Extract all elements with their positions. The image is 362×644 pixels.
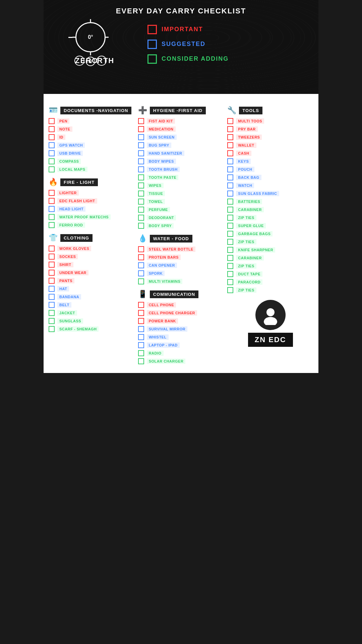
item-label: SHIRT <box>57 262 73 267</box>
check-item: FERRO ROD <box>49 222 135 228</box>
checkbox-green[interactable] <box>227 263 233 269</box>
checkbox-red[interactable] <box>227 126 233 132</box>
checkbox-blue[interactable] <box>227 158 233 164</box>
checkbox-blue[interactable] <box>227 166 233 172</box>
checkbox-red[interactable] <box>138 302 144 308</box>
checkbox-green[interactable] <box>227 255 233 261</box>
checkbox-red[interactable] <box>138 310 144 316</box>
checkbox-red[interactable] <box>227 150 233 156</box>
checkbox-green[interactable] <box>138 191 144 197</box>
checkbox-red[interactable] <box>138 118 144 124</box>
checkbox-green[interactable] <box>49 166 55 172</box>
checkbox-green[interactable] <box>138 278 144 284</box>
checkbox-green[interactable] <box>227 215 233 221</box>
checkbox-blue[interactable] <box>227 174 233 180</box>
checkbox-blue[interactable] <box>138 142 144 148</box>
checkbox-green[interactable] <box>49 318 55 324</box>
checkbox-green[interactable] <box>49 222 55 228</box>
checkbox-green[interactable] <box>138 182 144 189</box>
checkbox-blue[interactable] <box>138 262 144 268</box>
checkbox-green[interactable] <box>49 310 55 316</box>
checkbox-red[interactable] <box>138 318 144 324</box>
checkbox-green[interactable] <box>227 231 233 237</box>
checkbox-green[interactable] <box>227 271 233 277</box>
checkbox-green[interactable] <box>227 207 233 213</box>
check-item: SOLAR CHARGER <box>138 358 224 364</box>
checkbox-blue[interactable] <box>138 342 144 348</box>
legend-box-important <box>147 25 157 34</box>
checkbox-blue[interactable] <box>138 158 144 164</box>
checkbox-green[interactable] <box>138 215 144 221</box>
checkbox-red[interactable] <box>49 246 55 252</box>
checkbox-red[interactable] <box>138 254 144 260</box>
checkbox-green[interactable] <box>227 223 233 229</box>
checkbox-blue[interactable] <box>227 191 233 197</box>
checkbox-blue[interactable] <box>138 134 144 140</box>
checkbox-green[interactable] <box>138 358 144 364</box>
item-label: BODY WIPES <box>147 159 176 164</box>
checkbox-red[interactable] <box>49 118 55 124</box>
checkbox-green[interactable] <box>138 350 144 356</box>
item-label: NOTE <box>57 126 72 132</box>
checkbox-blue[interactable] <box>49 286 55 292</box>
check-item: HAND SANITIZER <box>138 150 224 156</box>
item-label: MULTI TOOS <box>236 118 264 124</box>
checkbox-blue[interactable] <box>49 206 55 212</box>
checkbox-green[interactable] <box>49 158 55 164</box>
check-item: FIST AID KIT <box>138 118 224 124</box>
checkbox-red[interactable] <box>49 270 55 276</box>
check-item: CASH <box>227 150 313 156</box>
item-label: SCARF - SHEMAGH <box>57 326 99 332</box>
checkbox-red[interactable] <box>49 278 55 284</box>
checkbox-green[interactable] <box>227 279 233 285</box>
check-item: WORK GLOVES <box>49 246 135 252</box>
check-item: WATCH <box>227 182 313 189</box>
checkbox-blue[interactable] <box>49 142 55 148</box>
checkbox-red[interactable] <box>49 134 55 140</box>
checkbox-blue[interactable] <box>138 166 144 172</box>
item-label: TOOTH BRUSH <box>147 167 180 172</box>
checkbox-green[interactable] <box>49 214 55 220</box>
item-label: LAPTOP - IPAD <box>147 342 180 348</box>
checkbox-red[interactable] <box>49 126 55 132</box>
check-item: STEEL WATER BOTTLE <box>138 246 224 252</box>
item-label: KEYS <box>236 159 251 164</box>
checkbox-blue[interactable] <box>138 326 144 332</box>
section-title-clothing: CLOTHING <box>60 234 93 242</box>
check-item: CAN OPENER <box>138 262 224 268</box>
checkbox-green[interactable] <box>138 199 144 205</box>
checkbox-red[interactable] <box>49 254 55 260</box>
item-label: USB DRIVE <box>57 151 83 156</box>
check-item: NOTE <box>49 126 135 132</box>
checkbox-red[interactable] <box>49 198 55 204</box>
checkbox-green[interactable] <box>49 326 55 332</box>
section-communication: 📱COMMUNICATIONCELL PHONECELL PHONE CHARG… <box>138 290 224 364</box>
item-label: CARABINER <box>236 255 264 261</box>
checkbox-red[interactable] <box>227 134 233 140</box>
item-label: BANDANA <box>57 294 81 300</box>
checkbox-red[interactable] <box>138 126 144 132</box>
checkbox-red[interactable] <box>227 118 233 124</box>
checkbox-green[interactable] <box>227 247 233 253</box>
check-item: BACK BAG <box>227 174 313 180</box>
checkbox-blue[interactable] <box>49 294 55 300</box>
item-label: WALLET <box>236 143 256 148</box>
checkbox-green[interactable] <box>227 239 233 245</box>
checkbox-green[interactable] <box>138 207 144 213</box>
check-item: ZIP TIES <box>227 287 313 293</box>
checkbox-green[interactable] <box>227 199 233 205</box>
checkbox-green[interactable] <box>138 174 144 180</box>
checkbox-blue[interactable] <box>138 334 144 340</box>
checkbox-blue[interactable] <box>49 302 55 308</box>
checkbox-red[interactable] <box>227 142 233 148</box>
section-tools: 🔧TOOLSMULTI TOOSPRY BARTWEEZERSWALLETCAS… <box>227 106 313 293</box>
checkbox-green[interactable] <box>138 223 144 229</box>
checkbox-red[interactable] <box>138 246 144 252</box>
checkbox-blue[interactable] <box>227 182 233 189</box>
checkbox-red[interactable] <box>49 262 55 268</box>
checkbox-blue[interactable] <box>138 150 144 156</box>
checkbox-green[interactable] <box>227 287 233 293</box>
checkbox-blue[interactable] <box>138 270 144 276</box>
checkbox-blue[interactable] <box>49 150 55 156</box>
checkbox-red[interactable] <box>49 190 55 196</box>
